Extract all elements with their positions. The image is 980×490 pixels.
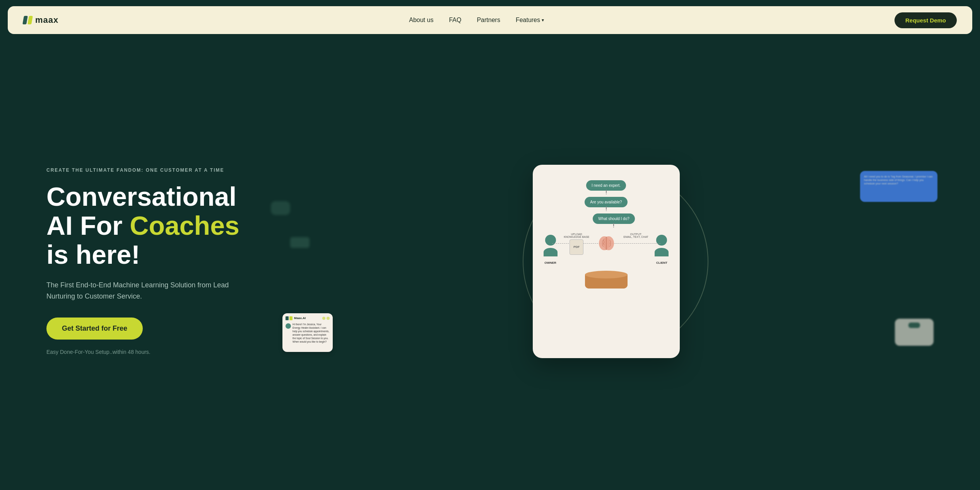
nav-links: About us FAQ Partners Features ▾: [409, 17, 544, 24]
logo-text: maax: [35, 15, 58, 25]
chevron-down-icon: ▾: [542, 17, 544, 23]
logo-slash-1: [22, 16, 28, 24]
svg-point-1: [603, 236, 614, 250]
logo-icon: [23, 16, 32, 24]
hero-title-highlight: Coaches: [130, 211, 239, 240]
float-card-left-top: [271, 201, 290, 215]
nav-link-about[interactable]: About us: [409, 17, 433, 23]
float-card-right-top: All I need you to do is "log from Season…: [860, 171, 937, 202]
upload-label: UPLOAD KNOWLEDGE BASE: [564, 233, 589, 238]
chat-card-text: Hi there! I'm Jessica, Your Energy Heale…: [292, 323, 330, 344]
nav-link-faq[interactable]: FAQ: [449, 17, 461, 23]
nav-item-about[interactable]: About us: [409, 17, 433, 24]
output-label: OUTPUT: EMAIL, TEXT, CHAT: [624, 233, 648, 238]
float-card-left-mid: [290, 237, 310, 248]
brain-icon: [596, 233, 617, 256]
hero-section: CREATE THE ULTIMATE FANDOM: ONE CUSTOMER…: [0, 40, 980, 490]
chat-card-header: Maax.AI: [286, 316, 330, 320]
hero-tagline: CREATE THE ULTIMATE FANDOM: ONE CUSTOMER…: [46, 167, 263, 173]
float-card-bottom-left: Maax.AI Hi there! I'm Jessica, Your Ener…: [282, 313, 333, 352]
request-demo-button[interactable]: Request Demo: [894, 12, 957, 28]
hero-title: Conversational AI For Coaches is here!: [46, 182, 263, 269]
hero-title-line2: AI For: [46, 211, 130, 240]
setup-note: Easy Done-For-You Setup..within 48 hours…: [46, 349, 263, 355]
chat-card-title: Maax.AI: [294, 316, 306, 320]
owner-icon: OWNER: [544, 235, 558, 265]
client-label: CLIENT: [656, 261, 667, 265]
logo[interactable]: maax: [23, 15, 58, 25]
hero-content: CREATE THE ULTIMATE FANDOM: ONE CUSTOMER…: [46, 167, 279, 355]
nav-item-features[interactable]: Features ▾: [516, 17, 544, 24]
owner-label: OWNER: [544, 261, 556, 265]
get-started-button[interactable]: Get Started for Free: [46, 318, 143, 340]
chat-bubble-2: Are you available?: [585, 197, 627, 207]
chat-bubble-1: I need an expert.: [586, 180, 626, 191]
hero-subtitle: The First End-to-End Machine Learning So…: [46, 280, 248, 302]
logo-slash-2: [27, 16, 33, 24]
main-diagram-card: I need an expert. Are you available? Wha…: [533, 165, 680, 358]
hero-visual: All I need you to do is "log from Season…: [279, 161, 934, 362]
pdf-label: PDF: [573, 245, 580, 249]
nav-item-faq[interactable]: FAQ: [449, 17, 461, 24]
chat-bubble-3: What should I do?: [593, 213, 635, 224]
diagram-area: I need an expert. Are you available? Wha…: [540, 176, 672, 350]
hero-title-line1: Conversational: [46, 182, 236, 211]
float-card-right-bottom: [895, 319, 934, 346]
navbar: maax About us FAQ Partners Features ▾ Re…: [8, 6, 972, 34]
client-icon: CLIENT: [655, 235, 669, 265]
nav-item-partners[interactable]: Partners: [477, 17, 500, 24]
hero-title-line3: is here!: [46, 240, 140, 269]
float-card-chat-text: All I need you to do is "log from Season…: [864, 175, 934, 185]
nav-link-features[interactable]: Features ▾: [516, 17, 544, 24]
nav-link-partners[interactable]: Partners: [477, 17, 500, 23]
